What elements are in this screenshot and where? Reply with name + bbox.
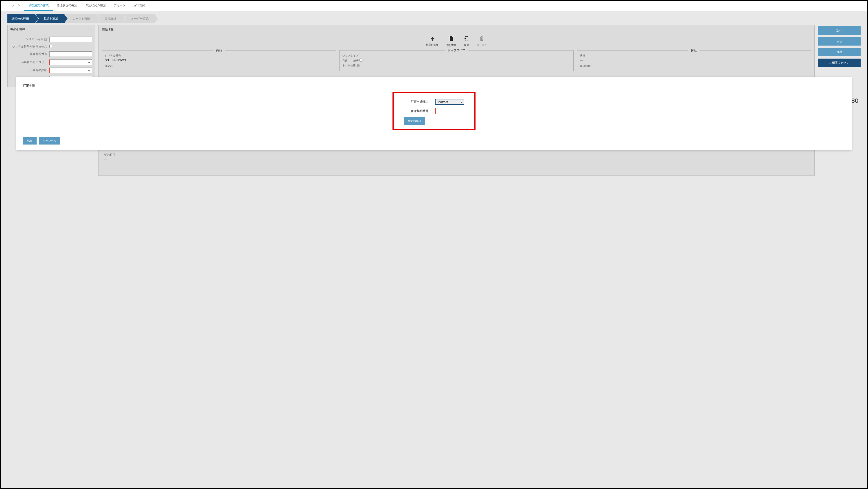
config-icon (464, 36, 469, 42)
no-serial-checkbox[interactable] (50, 45, 52, 48)
jobtype-fieldset: ジョブタイプ ジョブタイプ 有償 紛争 ネット価格i (339, 50, 574, 71)
svg-rect-1 (465, 38, 466, 39)
warranty-status-value: — (580, 59, 808, 62)
tab-warranty-status[interactable]: 保証状況の確認 (81, 1, 110, 11)
tab-create-repair[interactable]: 修理注文の作成 (24, 1, 53, 11)
contract-end-label: 契約終了 (104, 153, 333, 157)
dispute-checkbox[interactable] (360, 59, 363, 61)
modal-title: 訂正申請 (23, 84, 845, 88)
tab-maintenance-contract[interactable]: 保守契約 (129, 1, 149, 11)
modal-save-button[interactable]: 保存 (23, 137, 37, 145)
step-payment-detail: 支払詳細 (97, 14, 123, 23)
no-serial-label: シリアル番号がありません (10, 45, 50, 49)
reason-select[interactable]: Contract (435, 99, 464, 105)
step-order-confirm: オーダー確認 (123, 14, 155, 23)
warranty-fieldset: 保証 状況 — 保証開始日 (577, 50, 811, 71)
tab-home[interactable]: ホーム (7, 1, 24, 11)
jobtype-legend: ジョブタイプ (445, 48, 468, 52)
contract-input[interactable] (435, 108, 464, 114)
nav-tabs: ホーム 修理注文の作成 修理状況の確認 保証状況の確認 アセット 保守契約 (1, 1, 867, 11)
correction-modal: 訂正申請 訂正申請理由 Contract 保守契約番号 契約の検証 保存 キャン… (17, 77, 851, 150)
defect-detail-label: 不具合の詳細 (10, 68, 50, 72)
netprice-label: ネット価格 (342, 64, 356, 67)
defect-cat-label: 不具合のカテゴリー (10, 60, 50, 64)
tool-attachment[interactable]: 添付書類 (446, 36, 456, 47)
notice-button[interactable]: ご留意ください (818, 59, 861, 67)
customer-ref-input[interactable] (50, 51, 92, 57)
serial-value: SN_UNKNOWN (105, 59, 333, 62)
tool-add-product[interactable]: ✚ 製品の追加 (426, 36, 438, 47)
back-button[interactable]: 戻る (818, 37, 861, 45)
info-icon[interactable]: i (44, 38, 47, 41)
product-name-label: 商品名 (105, 64, 333, 68)
product-legend: 商品 (213, 48, 225, 52)
next-button[interactable]: 次へ (818, 26, 861, 35)
warranty-legend: 保証 (688, 48, 700, 52)
serial-label-main: シリアル番号 (105, 54, 333, 58)
product-fieldset: 商品 シリアル番号 SN_UNKNOWN 商品名 (102, 50, 336, 71)
paid-label: 有償 (342, 59, 348, 63)
jobtype-label: ジョブタイプ (342, 54, 570, 58)
tool-config[interactable]: 構成 (464, 36, 469, 47)
defect-cat-select[interactable] (50, 59, 92, 65)
left-panel-title: 製品を追加 (8, 25, 95, 33)
dispute-label: 紛争 (353, 59, 359, 62)
warranty-status-label: 状況 (580, 54, 808, 58)
main-panel-title: 商品情報 (98, 25, 814, 34)
toolbar: ✚ 製品の追加 添付書類 構成 (98, 34, 814, 50)
wizard-stepper: 返却先の詳細 製品を追加 カートを確認 支払詳細 オーダー確認 (7, 14, 861, 23)
document-icon (449, 36, 454, 42)
right-panel: 次へ 戻る 保存 ご留意ください (818, 25, 861, 67)
page-number: 80 (851, 97, 858, 104)
plus-icon: ✚ (430, 36, 434, 42)
defect-detail-select[interactable] (50, 67, 92, 73)
contract-label: 保守契約番号 (404, 109, 428, 113)
customer-ref-label: 顧客整理番号 (10, 52, 50, 56)
save-button[interactable]: 保存 (818, 48, 861, 56)
serial-input[interactable] (50, 37, 92, 42)
contract-end-value: — (104, 158, 333, 161)
tab-asset[interactable]: アセット (110, 1, 129, 11)
reason-label: 訂正申請理由 (404, 100, 428, 104)
tool-remove[interactable]: 取り除く (477, 36, 487, 47)
tab-repair-status[interactable]: 修理状況の確認 (53, 1, 81, 11)
info-icon[interactable]: i (356, 64, 360, 67)
trash-icon (479, 36, 484, 42)
serial-label: シリアル番号i (10, 37, 50, 41)
verify-contract-button[interactable]: 契約の検証 (404, 117, 425, 125)
warranty-start-label: 保証開始日 (580, 64, 808, 68)
step-cart-confirm: カートを確認 (65, 14, 96, 23)
step-add-product[interactable]: 製品を追加 (36, 14, 64, 23)
modal-highlighted-form: 訂正申請理由 Contract 保守契約番号 契約の検証 (393, 92, 475, 130)
modal-cancel-button[interactable]: キャンセル (39, 137, 60, 145)
step-return-detail[interactable]: 返却先の詳細 (7, 14, 35, 23)
